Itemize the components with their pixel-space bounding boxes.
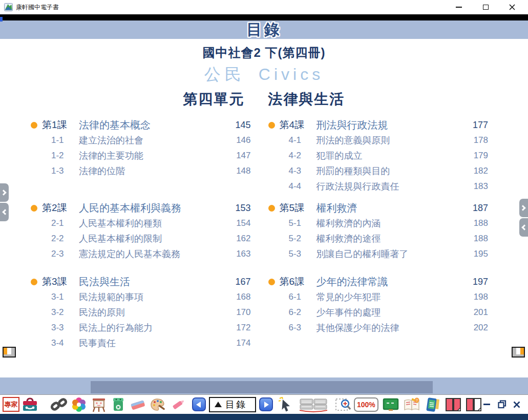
toolbar-restore-icon[interactable] bbox=[497, 400, 508, 410]
section-number: 1-2 bbox=[51, 151, 79, 161]
toc-lesson-header[interactable]: 第1課 法律的基本概念 145 bbox=[31, 117, 251, 133]
recycle-bin-icon[interactable] bbox=[111, 397, 125, 412]
section-page: 188 bbox=[460, 234, 488, 244]
section-page: 183 bbox=[460, 181, 488, 192]
marker-icon[interactable] bbox=[171, 397, 186, 412]
toolbar-close-icon[interactable] bbox=[512, 400, 522, 410]
toc-section-row[interactable]: 3-4 民事責任 174 bbox=[31, 335, 251, 351]
section-title: 行政法規與行政責任 bbox=[316, 180, 461, 193]
lesson-page: 197 bbox=[460, 277, 488, 287]
toc-section-row[interactable]: 4-4 行政法規與行政責任 183 bbox=[268, 179, 489, 194]
toc-section-row[interactable]: 3-1 民法規範的事項 168 bbox=[31, 289, 251, 305]
scroll-thumb[interactable] bbox=[91, 381, 433, 393]
section-title: 民事責任 bbox=[79, 337, 223, 349]
prev-page-icon[interactable] bbox=[192, 397, 206, 411]
subject-en: Civics bbox=[259, 65, 324, 83]
zoom-in-icon[interactable] bbox=[335, 397, 352, 412]
top-black-strip bbox=[0, 14, 528, 20]
toc-lesson: 第2課 人民的基本權利與義務 153 2-1 人民基本權利的種類 154 2-2… bbox=[31, 200, 251, 274]
toc-section-row[interactable]: 6-3 其他保護少年的法律 202 bbox=[268, 320, 489, 335]
toc-lesson-header[interactable]: 第5課 權利救濟 187 bbox=[268, 200, 489, 216]
section-title: 權利救濟的內涵 bbox=[316, 217, 461, 229]
lesson-page: 177 bbox=[460, 120, 488, 131]
lesson-title: 人民的基本權利與義務 bbox=[79, 201, 223, 215]
section-title: 權利救濟的途徑 bbox=[316, 233, 461, 245]
left-panel-collapse-tab[interactable] bbox=[0, 203, 9, 221]
right-panel-collapse-tab[interactable] bbox=[519, 218, 528, 237]
toc-section-row[interactable]: 5-1 權利救濟的內涵 188 bbox=[268, 216, 489, 231]
toc-section-row[interactable]: 5-2 權利救濟的途徑 188 bbox=[268, 231, 489, 246]
zoom-level[interactable]: 100% bbox=[354, 397, 378, 412]
lesson-title: 法律的基本概念 bbox=[79, 118, 223, 132]
two-page-view-icon[interactable] bbox=[445, 397, 461, 412]
lesson-title: 民法與生活 bbox=[79, 275, 223, 289]
unit-label: 第四單元 bbox=[183, 90, 245, 109]
pinwheel-icon[interactable] bbox=[71, 397, 87, 412]
section-page: 172 bbox=[223, 323, 251, 333]
section-page: 162 bbox=[223, 234, 251, 244]
toc-section-row[interactable]: 1-1 建立法治的社會 146 bbox=[31, 133, 251, 148]
tablet-icon[interactable] bbox=[425, 397, 441, 412]
lesson-number: 第4課 bbox=[280, 118, 316, 132]
section-title: 其他保護少年的法律 bbox=[316, 322, 461, 334]
palette-icon[interactable] bbox=[150, 397, 166, 412]
section-page: 154 bbox=[223, 218, 251, 228]
eraser-icon[interactable] bbox=[130, 398, 146, 411]
toc-section-row[interactable]: 6-2 少年事件的處理 201 bbox=[268, 305, 489, 320]
toc-section-row[interactable]: 2-3 憲法規定的人民基本義務 163 bbox=[31, 246, 251, 262]
toolbar-minimize-icon[interactable] bbox=[482, 400, 492, 410]
easel-icon[interactable] bbox=[91, 397, 107, 412]
section-number: 2-2 bbox=[51, 234, 79, 244]
one-page-view-icon[interactable] bbox=[466, 397, 482, 412]
toolbox-icon[interactable] bbox=[22, 397, 38, 412]
page-corner-right-icon[interactable] bbox=[512, 347, 525, 358]
expert-button-left[interactable]: 專家 bbox=[3, 397, 19, 412]
section-number: 4-2 bbox=[289, 151, 316, 161]
lesson-page: 153 bbox=[223, 203, 251, 214]
toc-lesson-header[interactable]: 第2課 人民的基本權利與義務 153 bbox=[31, 200, 251, 216]
toc-column-left: 第1課 法律的基本概念 145 1-1 建立法治的社會 146 1-2 法律的主… bbox=[31, 117, 251, 351]
close-icon[interactable] bbox=[506, 2, 518, 12]
page-indicator[interactable]: 目錄 bbox=[209, 397, 256, 412]
lesson-page: 145 bbox=[223, 120, 251, 131]
toc-lesson: 第5課 權利救濟 187 5-1 權利救濟的內涵 188 5-2 權利救濟的途徑… bbox=[268, 200, 489, 274]
bullet-icon bbox=[268, 205, 275, 212]
section-number: 5-3 bbox=[289, 249, 316, 259]
pointer-icon[interactable] bbox=[278, 397, 294, 412]
toc-section-row[interactable]: 4-2 犯罪的成立 179 bbox=[268, 148, 489, 163]
toc-section-row[interactable]: 4-1 刑法的意義與原則 178 bbox=[268, 133, 489, 148]
blackboard-icon[interactable] bbox=[383, 397, 399, 412]
toc-lesson-header[interactable]: 第3課 民法與生活 167 bbox=[31, 274, 251, 289]
toc-section-row[interactable]: 2-2 人民基本權利的限制 162 bbox=[31, 231, 251, 246]
toc-lesson-header[interactable]: 第4課 刑法與行政法規 177 bbox=[268, 117, 489, 133]
toc-section-row[interactable]: 6-1 常見的少年犯罪 198 bbox=[268, 289, 489, 305]
section-page: 202 bbox=[460, 323, 488, 333]
toc-section-row[interactable]: 3-2 民法的原則 170 bbox=[31, 305, 251, 320]
lesson-title: 權利救濟 bbox=[316, 201, 461, 215]
link-icon[interactable] bbox=[51, 397, 67, 412]
toc-section-row[interactable]: 1-3 法律的位階 148 bbox=[31, 163, 251, 179]
maximize-icon[interactable] bbox=[480, 2, 491, 12]
section-number: 2-3 bbox=[51, 249, 79, 259]
section-number: 3-4 bbox=[51, 338, 79, 348]
section-page: 201 bbox=[460, 307, 488, 318]
toc-lesson-header[interactable]: 第6課 少年的法律常識 197 bbox=[268, 274, 489, 289]
left-panel-expand-tab[interactable] bbox=[0, 183, 9, 202]
page-corner-left-icon[interactable] bbox=[3, 347, 16, 358]
lesson-title: 少年的法律常識 bbox=[316, 275, 461, 289]
right-panel-expand-tab[interactable] bbox=[519, 199, 528, 217]
toc-section-row[interactable]: 3-3 民法上的行為能力 172 bbox=[31, 320, 251, 335]
open-book-icon[interactable] bbox=[299, 397, 328, 412]
toc-section-row[interactable]: 4-3 刑罰的種類與目的 182 bbox=[268, 163, 489, 179]
toc-section-row[interactable]: 2-1 人民基本權利的種類 154 bbox=[31, 216, 251, 231]
lesson-page: 187 bbox=[460, 203, 488, 214]
bullet-icon bbox=[31, 122, 37, 129]
section-page: 188 bbox=[460, 218, 488, 228]
workbook-icon[interactable]: ? bbox=[403, 397, 420, 412]
toc-section-row[interactable]: 1-2 法律的主要功能 147 bbox=[31, 148, 251, 163]
minimize-icon[interactable] bbox=[453, 2, 464, 12]
next-page-icon[interactable] bbox=[259, 397, 273, 411]
section-title: 民法規範的事項 bbox=[79, 291, 223, 303]
toc-section-row[interactable]: 5-3 別讓自己的權利睡著了 195 bbox=[268, 246, 489, 262]
subject-zh: 公民 bbox=[204, 65, 245, 83]
